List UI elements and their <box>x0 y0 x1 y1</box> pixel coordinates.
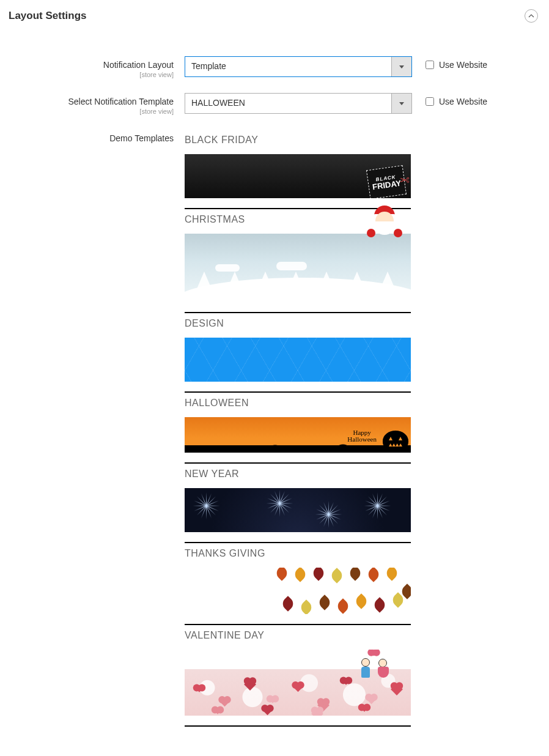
firework-icon <box>264 488 295 519</box>
field-label: Notification Layout <box>9 60 174 70</box>
section-header: Layout Settings <box>9 6 540 26</box>
divider <box>185 391 411 393</box>
templates-list: BLACK FRIDAY BLACKFRIDAY ✂ CHRISTMAS <box>185 130 411 732</box>
leaf-icon <box>366 568 381 582</box>
field-label-col: Notification Layout [store view] <box>9 56 185 78</box>
leaf-icon <box>274 568 289 581</box>
collapse-toggle[interactable] <box>525 9 538 23</box>
template-preview-halloween[interactable]: Happy Halloween <box>185 417 411 453</box>
template-title: THANKS GIVING <box>185 548 411 559</box>
divider <box>185 624 411 625</box>
template-title: VALENTINE DAY <box>185 630 411 641</box>
template-title: HALLOWEEN <box>185 398 411 409</box>
leaf-icon <box>335 598 350 613</box>
divider <box>185 462 411 464</box>
divider <box>185 725 411 727</box>
caret-down-icon <box>399 65 404 69</box>
template-preview-black-friday[interactable]: BLACKFRIDAY ✂ <box>185 154 411 198</box>
leaf-icon <box>280 596 295 611</box>
template-christmas: CHRISTMAS <box>185 214 411 313</box>
leaf-icon <box>311 568 326 581</box>
heart-icon <box>311 708 323 716</box>
template-new-year: NEW YEAR <box>185 469 411 543</box>
template-title: DESIGN <box>185 318 411 329</box>
leaf-icon <box>329 568 344 583</box>
use-website-checkbox-template[interactable] <box>426 97 434 106</box>
chevron-up-icon <box>528 14 534 18</box>
heart-icon <box>342 678 349 684</box>
field-label-col: Demo Templates <box>9 130 185 143</box>
notification-layout-select[interactable]: Template <box>185 56 412 77</box>
leaf-icon <box>372 597 387 612</box>
section-title: Layout Settings <box>9 10 87 22</box>
select-arrow <box>391 94 411 113</box>
select-arrow <box>391 57 411 76</box>
use-website-label: Use Website <box>439 97 487 106</box>
template-title: BLACK FRIDAY <box>185 135 411 146</box>
leaf-icon <box>317 595 332 610</box>
field-demo-templates: Demo Templates BLACK FRIDAY BLACKFRIDAY … <box>9 130 540 732</box>
template-preview-design[interactable] <box>185 338 411 382</box>
leaf-icon <box>347 568 363 581</box>
leaf-icon <box>292 568 308 582</box>
field-label: Demo Templates <box>9 133 174 143</box>
template-design: DESIGN <box>185 318 411 393</box>
select-value: HALLOWEEN <box>185 94 391 113</box>
field-scope: [store view] <box>9 71 174 78</box>
heart-icon <box>269 696 276 703</box>
template-black-friday: BLACK FRIDAY BLACKFRIDAY ✂ <box>185 135 411 209</box>
template-preview-valentine[interactable] <box>185 650 411 716</box>
scissors-icon: ✂ <box>399 172 410 187</box>
divider <box>185 542 411 543</box>
select-value: Template <box>185 57 391 76</box>
halloween-text: Happy Halloween <box>347 429 377 443</box>
heart-icon <box>196 685 202 692</box>
heart-icon <box>214 707 221 714</box>
use-website-label: Use Website <box>439 60 487 70</box>
field-scope: [store view] <box>9 108 174 115</box>
leaf-icon <box>384 568 399 581</box>
couple-icon <box>361 653 388 678</box>
heart-icon <box>361 705 367 711</box>
template-valentine: VALENTINE DAY <box>185 630 411 727</box>
field-select-template: Select Notification Template [store view… <box>9 93 540 115</box>
field-notification-layout: Notification Layout [store view] Templat… <box>9 56 540 78</box>
leaf-icon <box>298 599 314 614</box>
template-preview-thanksgiving[interactable] <box>185 568 411 614</box>
field-label: Select Notification Template <box>9 97 174 106</box>
template-preview-new-year[interactable] <box>185 488 411 532</box>
divider <box>185 312 411 313</box>
template-thanksgiving: THANKS GIVING <box>185 548 411 625</box>
firework-icon <box>191 491 221 521</box>
use-website-checkbox-layout[interactable] <box>426 61 434 69</box>
pumpkin-icon <box>383 431 408 451</box>
template-title: NEW YEAR <box>185 469 411 480</box>
firework-icon <box>362 491 392 521</box>
field-label-col: Select Notification Template [store view… <box>9 93 185 115</box>
caret-down-icon <box>399 102 404 105</box>
select-template-select[interactable]: HALLOWEEN <box>185 93 412 114</box>
firework-icon <box>313 499 344 530</box>
template-halloween: HALLOWEEN Happy Halloween <box>185 398 411 464</box>
leaf-icon <box>353 593 369 609</box>
template-preview-christmas[interactable] <box>185 234 411 302</box>
